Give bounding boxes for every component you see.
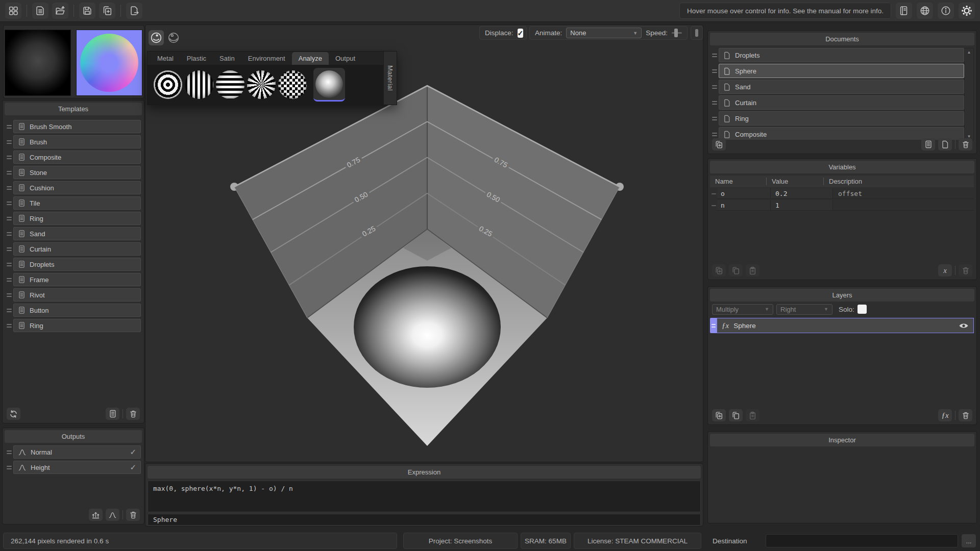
tab-output[interactable]: Output xyxy=(329,52,362,65)
drag-handle[interactable] xyxy=(5,212,13,225)
material-view-toggle-outline[interactable] xyxy=(166,30,181,45)
delete-output-button[interactable] xyxy=(126,509,140,521)
template-row[interactable]: Rivot xyxy=(5,288,141,302)
website-button[interactable] xyxy=(917,3,933,19)
drag-handle[interactable] xyxy=(5,151,13,164)
template-row[interactable]: Cushion xyxy=(5,181,141,194)
destination-input[interactable] xyxy=(766,534,958,547)
material-view-toggle-filled[interactable] xyxy=(149,30,164,45)
template-row[interactable]: Brush xyxy=(5,135,141,148)
speed-slider[interactable] xyxy=(672,32,682,34)
delete-layer-button[interactable] xyxy=(959,409,972,421)
drag-handle[interactable] xyxy=(710,95,719,110)
solo-checkbox[interactable] xyxy=(857,305,867,314)
drag-handle[interactable] xyxy=(710,111,719,126)
variable-row[interactable]: n 1 xyxy=(710,200,974,211)
variable-row[interactable]: o 0.2 offset xyxy=(710,188,974,199)
drag-handle[interactable] xyxy=(5,166,13,179)
expression-name-field[interactable]: Sphere xyxy=(148,514,701,525)
animate-dropdown[interactable]: None▼ xyxy=(566,28,642,38)
template-row[interactable]: Button xyxy=(5,304,141,317)
drag-handle[interactable] xyxy=(710,318,717,333)
drag-handle[interactable] xyxy=(5,196,13,210)
displace-checkbox[interactable]: ✓ xyxy=(518,29,524,38)
variable-description[interactable]: offset xyxy=(832,188,974,199)
document-row[interactable]: Ring xyxy=(710,111,964,126)
new-document-button[interactable] xyxy=(32,3,48,19)
drag-handle[interactable] xyxy=(5,227,13,240)
delete-document-button[interactable] xyxy=(959,138,972,151)
export-button[interactable] xyxy=(126,3,142,19)
drag-handle[interactable] xyxy=(5,319,13,332)
template-row[interactable]: Stone xyxy=(5,166,141,179)
document-row[interactable]: Sand xyxy=(710,80,964,94)
viewport-mini-slider[interactable] xyxy=(691,26,703,40)
drag-handle[interactable] xyxy=(5,258,13,271)
template-row[interactable]: Tile xyxy=(5,196,141,210)
drag-handle[interactable] xyxy=(5,288,13,302)
drag-handle[interactable] xyxy=(5,273,13,286)
delete-variable-button[interactable] xyxy=(959,264,972,277)
variable-value[interactable]: 1 xyxy=(770,200,832,211)
viewport-panel[interactable]: 0.75 0.50 0.25 0.75 0.50 0.25 Displace: … xyxy=(145,24,703,462)
template-row[interactable]: Brush Smooth xyxy=(5,120,141,133)
document-row[interactable]: Curtain xyxy=(710,95,964,110)
document-row[interactable]: Droplets xyxy=(710,48,964,62)
copy-variable-button[interactable] xyxy=(729,264,743,277)
drag-handle[interactable] xyxy=(5,242,13,256)
variable-description[interactable] xyxy=(832,200,974,211)
about-button[interactable] xyxy=(938,3,954,19)
variable-name[interactable]: o xyxy=(717,188,770,199)
paste-variable-button[interactable] xyxy=(746,264,760,277)
insert-variable-button[interactable]: x xyxy=(938,264,952,277)
drag-handle[interactable] xyxy=(710,200,717,211)
manual-button[interactable] xyxy=(896,3,912,19)
settings-button[interactable] xyxy=(959,3,975,19)
scroll-up-icon[interactable]: ▲ xyxy=(965,50,973,55)
add-emitter-output-button[interactable] xyxy=(89,509,103,521)
template-row[interactable]: Sand xyxy=(5,227,141,240)
eye-icon[interactable] xyxy=(959,322,969,329)
delete-template-button[interactable] xyxy=(126,408,140,420)
drag-handle[interactable] xyxy=(5,135,13,148)
checker-swatch[interactable] xyxy=(278,70,307,99)
new-document-button[interactable] xyxy=(938,138,952,151)
add-layer-button[interactable] xyxy=(712,409,726,421)
template-row[interactable]: Droplets xyxy=(5,258,141,271)
paste-layer-button[interactable] xyxy=(746,409,760,421)
output-row[interactable]: Height✓ xyxy=(5,461,141,474)
new-from-template-button[interactable] xyxy=(921,138,935,151)
documents-scrollbar[interactable]: ▲ ▼ xyxy=(964,48,974,141)
drag-handle[interactable] xyxy=(710,80,719,94)
starburst-swatch[interactable] xyxy=(247,70,276,99)
template-row[interactable]: Ring xyxy=(5,319,141,332)
layer-row-selected[interactable]: ƒx Sphere xyxy=(710,318,974,333)
drag-handle[interactable] xyxy=(5,181,13,194)
refresh-templates-button[interactable] xyxy=(7,408,20,420)
template-row[interactable]: Composite xyxy=(5,151,141,164)
add-variable-button[interactable] xyxy=(712,264,726,277)
speed-slider-knob[interactable] xyxy=(674,29,678,37)
destination-browse-button[interactable]: ... xyxy=(962,534,976,547)
vertical-stripes-swatch[interactable] xyxy=(185,70,213,99)
normal-map-preview[interactable] xyxy=(76,30,142,96)
layer-fx-button[interactable]: ƒx xyxy=(938,409,952,421)
expression-code-editor[interactable]: max(0, sphere(x*n, y*n, 1) - o) / n xyxy=(148,481,701,512)
duplicate-document-button[interactable] xyxy=(99,3,115,19)
drag-handle[interactable] xyxy=(5,120,13,133)
drag-handle[interactable] xyxy=(5,445,13,459)
material-side-tab[interactable]: Material xyxy=(383,52,397,105)
duplicate-document-button[interactable] xyxy=(712,138,726,151)
template-row[interactable]: Ring xyxy=(5,212,141,225)
template-row[interactable]: Frame xyxy=(5,273,141,286)
tab-environment[interactable]: Environment xyxy=(241,52,292,65)
variable-value[interactable]: 0.2 xyxy=(770,188,832,199)
drag-handle[interactable] xyxy=(710,64,719,78)
drag-handle[interactable] xyxy=(5,461,13,474)
home-grid-button[interactable] xyxy=(5,3,21,19)
tab-plastic[interactable]: Plastic xyxy=(180,52,213,65)
gradient-sphere-swatch[interactable] xyxy=(315,70,343,98)
document-row-selected[interactable]: Sphere xyxy=(710,64,964,78)
template-row[interactable]: Curtain xyxy=(5,242,141,256)
duplicate-layer-button[interactable] xyxy=(729,409,743,421)
